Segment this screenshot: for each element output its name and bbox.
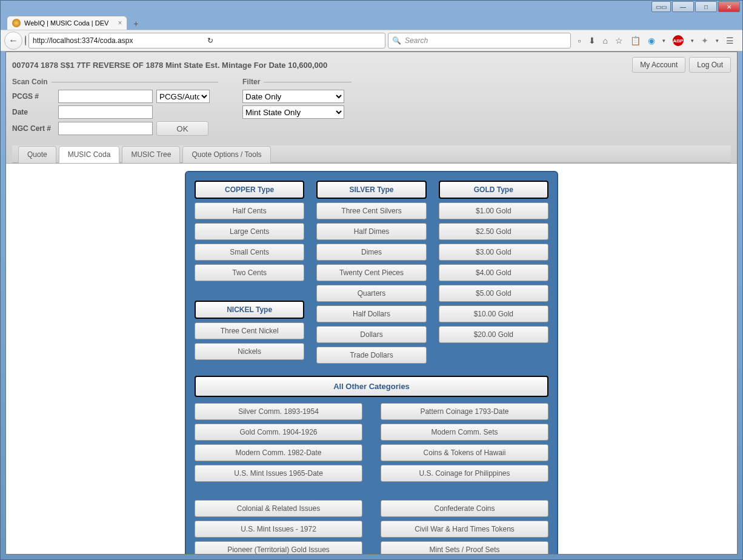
app-tab-music-tree[interactable]: MUSIC Tree xyxy=(122,146,180,163)
bookmark-star-icon[interactable]: ☆ xyxy=(615,36,623,45)
globe-icon xyxy=(25,36,26,45)
close-button[interactable]: ✕ xyxy=(718,1,740,12)
ngc-input[interactable] xyxy=(58,122,153,135)
favicon-icon xyxy=(12,19,21,27)
pcgs-label: PCGS # xyxy=(12,92,55,101)
other-item-confederate-coins[interactable]: Confederate Coins xyxy=(381,500,548,517)
titlebar: ▭▭ — □ ✕ xyxy=(1,1,742,13)
silver-header[interactable]: SILVER Type xyxy=(316,181,426,199)
dropdown-icon[interactable]: ▾ xyxy=(662,38,665,44)
other-item-colonial-related-issues[interactable]: Colonial & Related Issues xyxy=(195,500,362,517)
silver-item-half-dimes[interactable]: Half Dimes xyxy=(316,223,426,240)
search-box[interactable]: Search xyxy=(388,33,571,48)
filter-state-select[interactable]: Mint State Only xyxy=(242,105,344,119)
gold-item--5-00-gold[interactable]: $5.00 Gold xyxy=(439,285,548,302)
extension-icon[interactable]: ✦ xyxy=(701,36,708,45)
other-item-u-s-mint-issues-1972[interactable]: U.S. Mint Issues - 1972 xyxy=(195,521,362,538)
window-group-icon[interactable]: ▭▭ xyxy=(651,1,671,12)
filter-fieldset: Filter Date Only Mint State Only xyxy=(242,78,352,138)
nickel-item-nickels[interactable]: Nickels xyxy=(195,343,304,360)
all-other-header[interactable]: All Other Categories xyxy=(195,376,548,397)
filter-date-select[interactable]: Date Only xyxy=(242,90,344,103)
dropdown-icon[interactable]: ▾ xyxy=(691,38,694,44)
other-item-coins-tokens-of-hawaii[interactable]: Coins & Tokens of Hawaii xyxy=(381,444,548,461)
silver-item-trade-dollars[interactable]: Trade Dollars xyxy=(316,347,426,364)
minimize-button[interactable]: — xyxy=(672,1,694,12)
menu-icon[interactable]: ☰ xyxy=(726,36,734,45)
other-item-gold-comm-1904-1926[interactable]: Gold Comm. 1904-1926 xyxy=(195,424,362,441)
tab-title: WebIQ | MUSIC Coda | DEV xyxy=(24,19,108,27)
content-area: 007074 1878 S$1 7TF REVERSE OF 1878 Mint… xyxy=(5,52,738,555)
tab-close-icon[interactable]: × xyxy=(118,19,122,27)
copper-column: COPPER Type Half CentsLarge CentsSmall C… xyxy=(195,181,304,364)
gold-item--4-00-gold[interactable]: $4.00 Gold xyxy=(439,264,548,281)
other-item-modern-comm-1982-date[interactable]: Modern Comm. 1982-Date xyxy=(195,444,362,461)
page-header: 007074 1878 S$1 7TF REVERSE OF 1878 Mint… xyxy=(6,52,737,164)
gold-item--10-00-gold[interactable]: $10.00 Gold xyxy=(439,305,548,322)
nickel-header[interactable]: NICKEL Type xyxy=(195,301,304,319)
url-bar[interactable]: http://localhost:3374/coda.aspx ↻ xyxy=(28,33,385,48)
refresh-icon[interactable]: ↻ xyxy=(206,36,382,45)
clipboard-icon[interactable]: 📋 xyxy=(630,36,641,45)
downloads-box-icon[interactable]: ▫ xyxy=(578,36,581,45)
ngc-label: NGC Cert # xyxy=(12,124,55,133)
other-item-civil-war-hard-times-tokens[interactable]: Civil War & Hard Times Tokens xyxy=(381,521,548,538)
other-item-modern-comm-sets[interactable]: Modern Comm. Sets xyxy=(381,424,548,441)
date-input[interactable] xyxy=(58,105,153,119)
other-item-u-s-mint-issues-1965-date[interactable]: U.S. Mint Issues 1965-Date xyxy=(195,465,362,482)
addon-icon[interactable]: ◉ xyxy=(648,36,655,45)
app-tab-music-coda[interactable]: MUSIC Coda xyxy=(59,146,120,163)
url-text: http://localhost:3374/coda.aspx xyxy=(33,36,206,45)
scan-legend: Scan Coin xyxy=(12,78,48,86)
other-item-mint-sets-proof-sets[interactable]: Mint Sets / Proof Sets xyxy=(381,541,548,555)
category-panel: COPPER Type Half CentsLarge CentsSmall C… xyxy=(185,171,558,555)
other-item-pioneer-territorial-gold-issues[interactable]: Pioneer (Territorial) Gold Issues xyxy=(195,541,362,555)
app-tab-quote-options-tools[interactable]: Quote Options / Tools xyxy=(182,146,270,163)
copper-item-half-cents[interactable]: Half Cents xyxy=(195,202,304,219)
silver-item-dollars[interactable]: Dollars xyxy=(316,326,426,343)
date-label: Date xyxy=(12,108,55,116)
my-account-button[interactable]: My Account xyxy=(632,57,685,73)
silver-column: SILVER Type Three Cent SilversHalf Dimes… xyxy=(316,181,426,364)
log-out-button[interactable]: Log Out xyxy=(689,57,731,73)
silver-item-dimes[interactable]: Dimes xyxy=(316,244,426,261)
toolbar-icons: ▫ ⬇ ⌂ ☆ 📋 ◉ ▾ ABP ▾ ✦ ▾ ☰ xyxy=(573,35,739,46)
silver-item-quarters[interactable]: Quarters xyxy=(316,285,426,302)
search-placeholder: Search xyxy=(405,36,428,45)
copper-item-large-cents[interactable]: Large Cents xyxy=(195,223,304,240)
gold-item--2-50-gold[interactable]: $2.50 Gold xyxy=(439,223,548,240)
gold-header[interactable]: GOLD Type xyxy=(439,181,548,199)
scan-coin-fieldset: Scan Coin PCGS # PCGS/Auto Date NGC Cert… xyxy=(12,78,218,138)
back-button[interactable]: ← xyxy=(4,32,22,50)
nav-toolbar: ← http://localhost:3374/coda.aspx ↻ Sear… xyxy=(1,30,742,52)
browser-tab-strip: WebIQ | MUSIC Coda | DEV × + xyxy=(1,13,742,30)
silver-item-three-cent-silvers[interactable]: Three Cent Silvers xyxy=(316,202,426,219)
silver-item-half-dollars[interactable]: Half Dollars xyxy=(316,305,426,322)
pcgs-input[interactable] xyxy=(58,90,153,103)
home-icon[interactable]: ⌂ xyxy=(603,36,608,45)
gold-item--20-00-gold[interactable]: $20.00 Gold xyxy=(439,326,548,343)
nickel-item-three-cent-nickel[interactable]: Three Cent Nickel xyxy=(195,322,304,339)
filter-legend: Filter xyxy=(242,78,260,86)
window-frame: ▭▭ — □ ✕ WebIQ | MUSIC Coda | DEV × + ← … xyxy=(0,0,743,560)
new-tab-button[interactable]: + xyxy=(130,18,142,30)
grading-select[interactable]: PCGS/Auto xyxy=(156,90,210,103)
browser-tab[interactable]: WebIQ | MUSIC Coda | DEV × xyxy=(7,16,127,30)
silver-item-twenty-cent-pieces[interactable]: Twenty Cent Pieces xyxy=(316,264,426,281)
ok-button[interactable]: OK xyxy=(156,121,208,136)
maximize-button[interactable]: □ xyxy=(695,1,717,12)
abp-icon[interactable]: ABP xyxy=(673,35,684,46)
app-tabs: QuoteMUSIC CodaMUSIC TreeQuote Options /… xyxy=(12,145,731,163)
other-item-u-s-coinage-for-philippines[interactable]: U.S. Coinage for Philippines xyxy=(381,465,548,482)
gold-item--1-00-gold[interactable]: $1.00 Gold xyxy=(439,202,548,219)
download-arrow-icon[interactable]: ⬇ xyxy=(588,36,596,45)
copper-item-small-cents[interactable]: Small Cents xyxy=(195,244,304,261)
dropdown-icon[interactable]: ▾ xyxy=(716,38,719,44)
other-item-silver-comm-1893-1954[interactable]: Silver Comm. 1893-1954 xyxy=(195,403,362,420)
other-item-pattern-coinage-1793-date[interactable]: Pattern Coinage 1793-Date xyxy=(381,403,548,420)
copper-header[interactable]: COPPER Type xyxy=(195,181,304,199)
app-tab-quote[interactable]: Quote xyxy=(18,146,56,163)
gold-item--3-00-gold[interactable]: $3.00 Gold xyxy=(439,244,548,261)
gold-column: GOLD Type $1.00 Gold$2.50 Gold$3.00 Gold… xyxy=(439,181,548,364)
copper-item-two-cents[interactable]: Two Cents xyxy=(195,264,304,281)
